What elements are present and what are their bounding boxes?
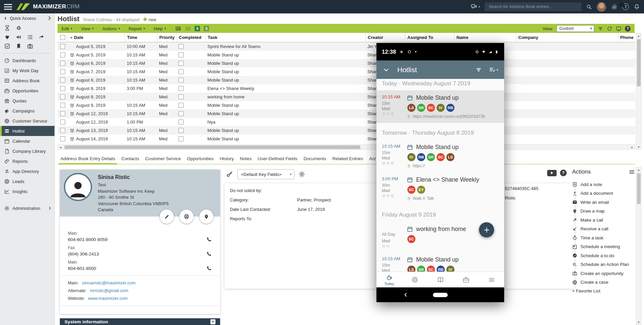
tab-related-entries[interactable]: Related Entries <box>329 154 366 165</box>
action-make-a-call[interactable]: Make a call <box>572 216 635 225</box>
action-draw-a-map[interactable]: Draw a map <box>572 207 635 216</box>
attendee-avatar-SC[interactable]: SC <box>407 186 415 194</box>
sidebar-item-insights[interactable]: Insights <box>0 186 54 196</box>
email-link[interactable]: sinisaristic@maximizer.com <box>82 280 135 285</box>
completed-checkbox[interactable] <box>178 61 184 66</box>
panel-layout-icon[interactable] <box>620 3 624 7</box>
completed-checkbox[interactable] <box>178 136 184 141</box>
filter-icon[interactable] <box>598 26 603 32</box>
phone-task-item[interactable]: 10:15 AM 15m Med ↻ Mobile Stand up LSSRS… <box>376 90 504 123</box>
column-header-priority[interactable]: Priority <box>157 33 176 42</box>
scroll-up-icon[interactable]: ▴ <box>636 34 641 38</box>
completed-checkbox[interactable] <box>178 94 184 99</box>
panel-down-icon[interactable] <box>603 2 608 7</box>
menu-actions[interactable]: Actions ▾ <box>102 26 120 31</box>
excel-export-icon[interactable]: X <box>195 26 200 31</box>
attendee-avatar-SC[interactable]: SC <box>427 266 435 272</box>
panel-help-icon[interactable]: ? <box>560 170 567 176</box>
bell-icon[interactable] <box>634 4 640 10</box>
tab-address-book-entry-details[interactable]: Address Book Entry Details <box>57 154 118 165</box>
column-header-assigned-to[interactable]: Assigned To <box>405 33 454 42</box>
menu-report[interactable]: Report ▾ <box>129 26 145 31</box>
action-schedule-an-action-plan[interactable]: Schedule an Action Plan <box>572 260 635 269</box>
email-link[interactable]: mrristic@gmail.com <box>90 288 128 293</box>
scroll-up-icon[interactable]: ▴ <box>636 168 641 172</box>
column-header-name[interactable]: Name <box>454 33 516 42</box>
quick-access-header[interactable]: Quick Access <box>0 13 54 23</box>
heart-icon[interactable] <box>4 34 10 40</box>
attendee-avatar-IV[interactable]: IV <box>446 266 454 272</box>
table-row[interactable]: August 14, 2019 10:15 AM Med Mobile Stan… <box>57 135 635 143</box>
attendee-avatar-SC[interactable]: SC <box>407 235 415 243</box>
search-icon[interactable] <box>586 4 592 10</box>
row-checkbox[interactable] <box>60 136 65 141</box>
sidebar-item-address-book[interactable]: Address Book <box>0 76 54 86</box>
android-home-pill[interactable] <box>433 293 448 297</box>
sidebar-item-quotas[interactable]: Quotas <box>0 96 54 106</box>
refresh-icon[interactable] <box>607 26 612 32</box>
phone-task-item[interactable]: 10:15 AM 15m Med ↻ Mobile Stand up LSSRS… <box>376 252 504 272</box>
map-contact-button[interactable] <box>199 210 213 224</box>
edit-contact-button[interactable] <box>160 210 174 224</box>
row-checkbox[interactable] <box>60 103 65 108</box>
splitter-handle[interactable]: ····· <box>341 150 352 154</box>
call-icon[interactable] <box>206 236 212 242</box>
phone-nav-today[interactable]: Today <box>376 272 402 287</box>
attendee-avatar-RB[interactable]: RB <box>417 153 425 161</box>
hourglass-icon[interactable] <box>4 25 10 31</box>
action-add-a-note[interactable]: Add a note <box>572 180 635 189</box>
menu-edit[interactable]: Edit ▾ <box>62 26 72 31</box>
select-all-checkbox[interactable] <box>60 35 65 40</box>
phone-nav-leads[interactable] <box>402 272 428 287</box>
task-location[interactable]: Walk n' Talk <box>407 196 479 201</box>
column-setup-icon[interactable] <box>616 26 621 32</box>
completed-checkbox[interactable] <box>178 44 184 49</box>
action-write-an-email[interactable]: Write an email <box>572 198 635 207</box>
sidebar-item-reports[interactable]: Reports <box>0 156 54 166</box>
row-checkbox[interactable] <box>60 94 65 99</box>
devices-icon[interactable] <box>471 3 477 10</box>
contact-search-icon[interactable] <box>175 26 181 32</box>
attendee-avatar-SR[interactable]: SR <box>417 266 425 272</box>
sidebar-item-administration[interactable]: Administration <box>0 203 54 213</box>
menu-view[interactable]: View ▾ <box>81 26 93 31</box>
android-back-icon[interactable] <box>403 292 409 298</box>
table-row[interactable]: August 6, 2019 10:15 AM Med Mobile Stand… <box>57 59 635 67</box>
panel-scrollbar[interactable]: ▴ ▾ <box>636 167 641 325</box>
panel-scrollbar-thumb[interactable] <box>637 173 641 204</box>
horizontal-scrollbar-thumb[interactable] <box>65 145 360 149</box>
view-select[interactable]: Custom ▼ <box>557 25 594 32</box>
chevron-right-icon[interactable] <box>47 16 52 20</box>
phone-nav-opportunities[interactable] <box>453 272 479 287</box>
scroll-down-icon[interactable]: ▾ <box>636 320 641 324</box>
row-checkbox[interactable] <box>60 86 65 91</box>
bookmark-icon[interactable] <box>15 43 22 49</box>
completed-checkbox[interactable] <box>178 86 184 91</box>
sidebar-item-dashboards[interactable]: Dashboards <box>0 55 54 65</box>
action-schedule-a-meeting[interactable]: Schedule a meeting <box>572 242 635 251</box>
hamburger-menu-icon[interactable] <box>4 4 12 10</box>
phone-task-item[interactable]: 3:00 PM 30m Med ↻ Elena <> Shane Weekly … <box>376 172 504 205</box>
completed-checkbox[interactable] <box>178 111 184 116</box>
expand-section-icon[interactable]: + <box>210 319 215 324</box>
favorite-list-link[interactable]: + Favorite List <box>572 288 635 293</box>
row-checkbox[interactable] <box>60 52 65 57</box>
email-link[interactable]: www.maximizer.com <box>88 296 128 301</box>
tab-customer-service[interactable]: Customer Service <box>142 154 184 165</box>
attendee-avatar-RB[interactable]: RB <box>446 104 454 112</box>
table-scrollbar[interactable]: ▴ ▾ <box>636 33 641 150</box>
share-icon[interactable] <box>38 34 45 40</box>
phone-nav-more[interactable] <box>479 272 504 287</box>
table-row[interactable]: August 8, 2019 3:00 PM Med Elena <> Shan… <box>57 84 635 93</box>
tab-history[interactable]: History <box>217 154 237 165</box>
related-search-icon[interactable] <box>185 26 191 32</box>
row-checkbox[interactable] <box>60 120 65 125</box>
completed-checkbox[interactable] <box>178 128 184 133</box>
attendee-avatar-EY[interactable]: EY <box>417 186 425 194</box>
row-checkbox[interactable] <box>60 111 65 116</box>
sidebar-resize-handle[interactable]: ····· <box>0 50 54 52</box>
table-row[interactable]: August 12, 2019 1:00 PM hiya Shar <box>57 118 635 126</box>
system-information-section[interactable]: System information + <box>60 318 220 325</box>
sidebar-item-customer-service[interactable]: Customer Service <box>0 116 54 126</box>
sidebar-item-calendar[interactable]: Calendar <box>0 136 54 146</box>
